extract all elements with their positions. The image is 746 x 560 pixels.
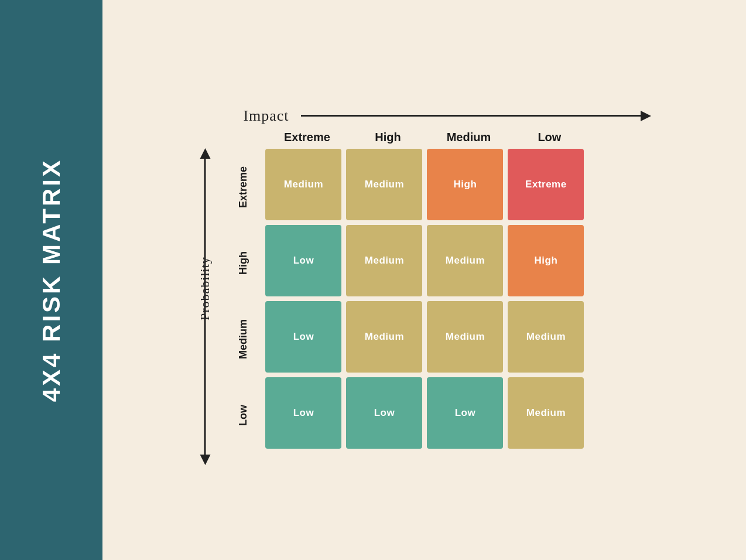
cell-1-3: High bbox=[508, 225, 584, 296]
cell-1-0: Low bbox=[265, 225, 341, 296]
cell-2-2: Medium bbox=[427, 301, 503, 373]
matrix-area: Extreme High Medium Low Extreme High Med… bbox=[225, 131, 590, 453]
cell-1-1: Medium bbox=[346, 225, 422, 296]
row-label-medium: Medium bbox=[225, 303, 261, 375]
probability-label: Probability bbox=[197, 166, 213, 412]
cell-3-2: Low bbox=[427, 377, 503, 449]
chart-container: Impact Probability Extreme bbox=[190, 107, 640, 453]
cell-1-2: Medium bbox=[427, 225, 503, 296]
row-label-high: High bbox=[225, 227, 261, 299]
cell-3-1: Low bbox=[346, 377, 422, 449]
cell-0-0: Medium bbox=[265, 149, 341, 220]
impact-label: Impact bbox=[243, 107, 289, 125]
main-content: Impact Probability Extreme bbox=[102, 0, 746, 560]
impact-axis-row: Impact bbox=[190, 107, 640, 125]
cell-0-1: Medium bbox=[346, 149, 422, 220]
sidebar: 4X4 RISK MATRIX bbox=[0, 0, 102, 560]
col-header-extreme: Extreme bbox=[269, 131, 345, 144]
matrix-row-1: Low Medium Medium High bbox=[265, 225, 584, 296]
col-header-medium: Medium bbox=[430, 131, 507, 144]
matrix-row-3: Low Low Low Medium bbox=[265, 377, 584, 449]
probability-axis: Probability bbox=[190, 131, 220, 412]
row-label-extreme: Extreme bbox=[225, 151, 261, 223]
row-labels: Extreme High Medium Low bbox=[225, 149, 261, 453]
row-label-low: Low bbox=[225, 380, 261, 451]
impact-arrow-head bbox=[641, 111, 651, 121]
probability-arrow-head-down bbox=[200, 455, 210, 465]
cell-2-0: Low bbox=[265, 301, 341, 373]
col-headers: Extreme High Medium Low bbox=[266, 131, 590, 144]
cell-2-1: Medium bbox=[346, 301, 422, 373]
matrix-row-2: Low Medium Medium Medium bbox=[265, 301, 584, 373]
cell-0-3: Extreme bbox=[508, 149, 584, 220]
matrix-wrapper: Probability Extreme High Medium Low Extr… bbox=[190, 131, 590, 453]
col-header-high: High bbox=[350, 131, 426, 144]
matrix-body: Extreme High Medium Low Medium Medium Hi… bbox=[225, 149, 590, 453]
col-header-low: Low bbox=[511, 131, 587, 144]
impact-arrow bbox=[301, 111, 641, 121]
matrix-row-0: Medium Medium High Extreme bbox=[265, 149, 584, 220]
cell-3-3: Medium bbox=[508, 377, 584, 449]
matrix-grid: Medium Medium High Extreme Low Medium Me… bbox=[265, 149, 584, 453]
cell-2-3: Medium bbox=[508, 301, 584, 373]
probability-arrow-head-up bbox=[200, 148, 210, 159]
cell-3-0: Low bbox=[265, 377, 341, 449]
sidebar-title: 4X4 RISK MATRIX bbox=[37, 158, 66, 402]
impact-arrow-line bbox=[301, 115, 641, 117]
cell-0-2: High bbox=[427, 149, 503, 220]
